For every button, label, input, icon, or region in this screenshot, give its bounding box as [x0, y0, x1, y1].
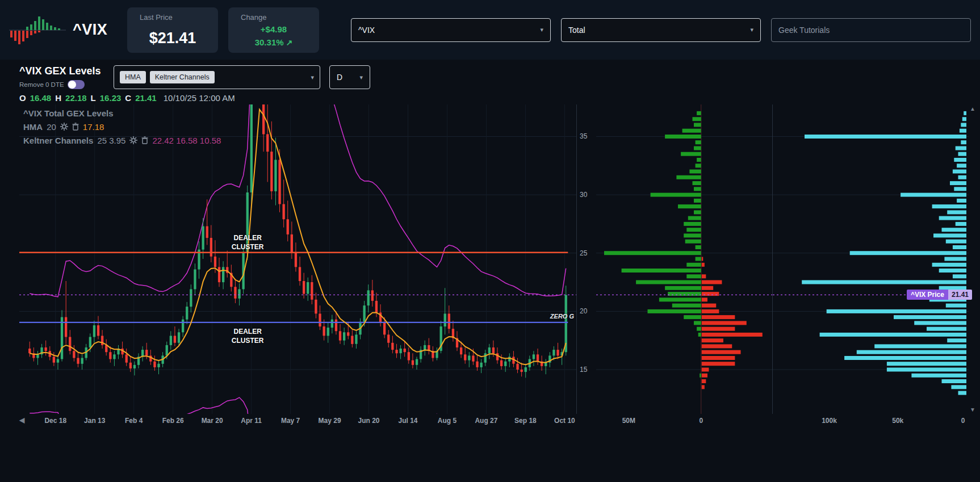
- zero-gamma-label: ZERO G: [550, 313, 574, 320]
- x-axis-label: Jun 20: [358, 417, 380, 425]
- legend-hma-value: 17.18: [83, 122, 104, 132]
- x-axis-label: Aug 27: [475, 417, 497, 425]
- symbol-select[interactable]: ^VIX ▾: [351, 18, 551, 42]
- x-axis-label: Aug 5: [438, 417, 457, 425]
- gex-type-select-value: Total: [568, 26, 585, 35]
- vertical-scrollbar[interactable]: ▲ ▼: [969, 104, 978, 414]
- chart-toolbar: ^VIX GEX Levels Remove 0 DTE HMA Keltner…: [0, 60, 980, 90]
- top-bar: ^VIX Last Price $21.41 Change +$4.98 30.…: [0, 0, 980, 60]
- last-price-label: Last Price: [140, 13, 206, 22]
- ohlc-datetime: 10/10/25 12:00 AM: [164, 93, 235, 103]
- gear-icon[interactable]: [129, 136, 137, 144]
- y-axis-label: 35: [580, 132, 587, 140]
- remove-0dte-toggle[interactable]: [68, 80, 85, 89]
- ohlc-close-label: C: [125, 93, 131, 103]
- trend-up-icon: ↗: [286, 38, 293, 47]
- indicator-select[interactable]: HMA Keltner Channels ▾: [114, 65, 320, 89]
- gex-bar-chart[interactable]: [596, 104, 772, 414]
- change-label: Change: [241, 13, 307, 22]
- x-axis-label: Dec 18: [44, 417, 66, 425]
- x-axis-label: Jul 14: [398, 417, 417, 425]
- toggle-knob: [68, 81, 76, 89]
- ohlc-high-value: 22.18: [65, 93, 87, 103]
- chart-area: ^VIX Total GEX Levels HMA 20 17.18 Keltn…: [0, 104, 980, 427]
- symbol-select-value: ^VIX: [358, 26, 375, 35]
- indicator-legend: ^VIX Total GEX Levels HMA 20 17.18 Keltn…: [23, 106, 221, 147]
- remove-0dte-label: Remove 0 DTE: [19, 81, 64, 88]
- waveform-logo-icon: [9, 14, 66, 46]
- last-price-card: Last Price $21.41: [127, 7, 218, 53]
- scroll-down-icon[interactable]: ▼: [970, 406, 975, 413]
- gear-icon[interactable]: [60, 123, 68, 131]
- legend-hma-length: 20: [47, 122, 56, 132]
- x-axis-label: Feb 26: [162, 417, 184, 425]
- candlestick-chart[interactable]: ^VIX Total GEX Levels HMA 20 17.18 Keltn…: [19, 104, 577, 414]
- price-badge: ^VIX Price 21.41: [907, 290, 972, 300]
- profile-axis-label: 50k: [892, 417, 903, 425]
- ohlc-open-label: O: [19, 93, 26, 103]
- ohlc-close-value: 21.41: [135, 93, 157, 103]
- scroll-up-icon[interactable]: ▲: [970, 106, 975, 112]
- y-axis-label: 20: [580, 307, 587, 315]
- timeframe-value: D: [337, 73, 342, 82]
- gex-axis-label: 0: [699, 417, 703, 425]
- legend-keltner-name: Keltner Channels: [23, 136, 93, 145]
- chevron-down-icon: ▾: [359, 74, 363, 81]
- time-axis[interactable]: ◀ Dec 18Jan 13Feb 4Feb 26Mar 20Apr 11May…: [19, 414, 978, 427]
- x-axis-label: Sep 18: [514, 417, 537, 425]
- legend-keltner-values: 22.42 16.58 10.58: [152, 136, 221, 145]
- chevron-down-icon: ▾: [750, 26, 753, 33]
- timeframe-select[interactable]: D ▾: [329, 65, 370, 89]
- watermark-input[interactable]: [771, 18, 971, 42]
- ohlc-open-value: 16.48: [30, 93, 52, 103]
- x-axis-label: Feb 4: [125, 417, 143, 425]
- logo: ^VIX: [9, 14, 117, 46]
- ohlc-low-label: L: [91, 93, 96, 103]
- last-price-value: $21.41: [140, 30, 206, 47]
- ohlc-low-value: 16.23: [100, 93, 122, 103]
- chevron-down-icon: ▾: [540, 26, 543, 33]
- indicator-chip-keltner[interactable]: Keltner Channels: [150, 71, 215, 83]
- chart-title: ^VIX GEX Levels: [19, 65, 104, 77]
- volume-profile-chart[interactable]: [772, 104, 969, 414]
- price-badge-label: ^VIX Price: [907, 290, 948, 300]
- trash-icon[interactable]: [141, 136, 148, 144]
- dealer-cluster-label: DEALER CLUSTER: [232, 327, 264, 345]
- price-badge-value: 21.41: [948, 290, 972, 300]
- gex-type-select[interactable]: Total ▾: [561, 18, 761, 42]
- scroll-left-icon[interactable]: ◀: [19, 416, 24, 424]
- x-axis-label: Jan 13: [84, 417, 105, 425]
- ohlc-row: O 16.48 H 22.18 L 16.23 C 21.41 10/10/25…: [0, 90, 980, 104]
- x-axis-label: Oct 10: [554, 417, 575, 425]
- dealer-cluster-label: DEALER CLUSTER: [232, 233, 264, 252]
- symbol-title: ^VIX: [73, 21, 107, 39]
- x-axis-label: Apr 11: [241, 417, 262, 425]
- legend-keltner-params: 25 3.95: [97, 136, 125, 145]
- y-axis-label: 25: [580, 249, 587, 257]
- price-axis[interactable]: 1520253035: [577, 104, 596, 414]
- indicator-chip-hma[interactable]: HMA: [120, 71, 146, 83]
- profile-axis-label: 0: [961, 417, 965, 425]
- legend-hma-name: HMA: [23, 122, 43, 132]
- gex-axis-label: 50M: [622, 417, 635, 425]
- profile-axis-label: 100k: [822, 417, 837, 425]
- change-card: Change +$4.98 30.31%↗: [228, 7, 319, 53]
- x-axis-label: May 7: [281, 417, 300, 425]
- y-axis-label: 30: [580, 191, 587, 199]
- trash-icon[interactable]: [72, 123, 79, 131]
- x-axis-label: Mar 20: [202, 417, 223, 425]
- x-axis-label: May 29: [319, 417, 341, 425]
- change-percent: 30.31%↗: [241, 37, 307, 47]
- y-axis-label: 15: [580, 366, 587, 374]
- ohlc-high-label: H: [55, 93, 61, 103]
- change-amount: +$4.98: [241, 24, 307, 34]
- legend-gex-title: ^VIX Total GEX Levels: [23, 108, 114, 118]
- chevron-down-icon: ▾: [311, 74, 314, 81]
